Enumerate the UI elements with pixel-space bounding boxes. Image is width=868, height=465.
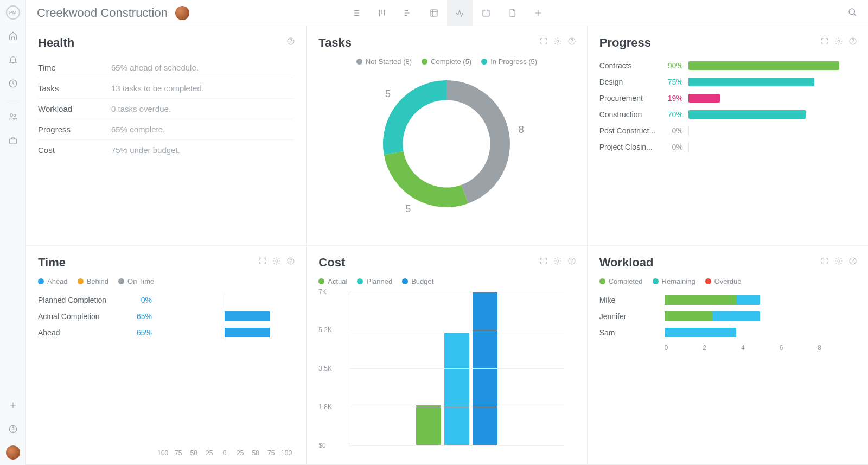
help-icon[interactable]: [566, 36, 577, 47]
workload-track: [665, 295, 856, 305]
tab-gantt[interactable]: [395, 0, 421, 26]
health-row: Workload 0 tasks overdue.: [38, 98, 294, 119]
health-value: 13 tasks to be completed.: [111, 84, 204, 93]
tab-board[interactable]: [369, 0, 395, 26]
progress-row: Post Construct... 0%: [599, 123, 856, 139]
health-label: Cost: [38, 145, 111, 155]
time-pct: 65%: [125, 328, 152, 337]
health-value: 65% ahead of schedule.: [111, 63, 199, 72]
workload-row: Jennifer: [599, 308, 856, 324]
progress-pct: 70%: [659, 110, 683, 119]
svg-rect-3: [9, 139, 17, 144]
progress-track: [688, 143, 856, 151]
workload-chart: Mike Jennifer Sam 02468: [599, 292, 856, 460]
axis-tick-label: 50: [248, 449, 263, 457]
help-icon[interactable]: [285, 256, 296, 266]
home-icon[interactable]: [5, 28, 21, 43]
gear-icon[interactable]: [271, 256, 282, 266]
cost-title: Cost: [318, 256, 575, 270]
workload-segment: [736, 295, 760, 305]
tab-files[interactable]: [499, 0, 525, 26]
expand-icon[interactable]: [538, 36, 549, 47]
expand-icon[interactable]: [257, 256, 268, 266]
help-icon[interactable]: [285, 36, 296, 47]
svg-rect-7: [483, 10, 489, 16]
app-root: PM Creekwood Construction: [0, 0, 868, 465]
search-icon[interactable]: [847, 7, 857, 19]
donut-segment: [446, 80, 510, 203]
legend-item: Behind: [78, 277, 108, 285]
gear-icon[interactable]: [552, 36, 563, 47]
svg-point-17: [276, 260, 278, 262]
user-avatar[interactable]: [6, 445, 20, 460]
help-icon[interactable]: [847, 36, 858, 47]
time-track: [155, 295, 294, 305]
expand-icon[interactable]: [538, 256, 549, 266]
axis-tick-label: 6: [780, 344, 818, 352]
progress-pct: 19%: [659, 94, 683, 103]
add-project-icon[interactable]: [5, 398, 21, 413]
axis-tick-label: 25: [201, 449, 216, 457]
tab-list[interactable]: [343, 0, 369, 26]
card-progress: Progress Contracts 90% Design 75% Procur…: [588, 26, 868, 246]
workload-segment: [665, 328, 736, 337]
progress-rows: Contracts 90% Design 75% Procurement 19%…: [599, 58, 856, 155]
expand-icon[interactable]: [819, 36, 830, 47]
gear-icon[interactable]: [552, 256, 563, 266]
progress-zero-tick: [688, 142, 689, 152]
svg-point-11: [557, 40, 559, 42]
project-member-avatar[interactable]: [175, 6, 189, 20]
progress-row: Procurement 19%: [599, 90, 856, 106]
time-name: Ahead: [38, 328, 125, 337]
health-label: Progress: [38, 125, 111, 134]
legend-dot: [705, 278, 711, 284]
progress-bar: [688, 78, 814, 86]
progress-bar: [688, 61, 839, 70]
help-icon[interactable]: [847, 256, 858, 266]
tab-add[interactable]: [525, 0, 551, 26]
health-value: 0 tasks overdue.: [111, 104, 171, 113]
legend-item: Complete (5): [422, 58, 471, 66]
workload-segment: [665, 295, 736, 305]
tab-dashboard[interactable]: [447, 0, 473, 26]
axis-tick-label: 1.8K: [318, 403, 332, 411]
workload-row: Mike: [599, 292, 856, 308]
gear-icon[interactable]: [833, 36, 844, 47]
health-row: Progress 65% complete.: [38, 119, 294, 139]
bell-icon[interactable]: [5, 52, 21, 67]
clock-icon[interactable]: [5, 76, 21, 91]
legend-dot: [422, 59, 427, 65]
cost-bar: [444, 333, 469, 445]
workload-track: [665, 311, 856, 321]
progress-track: [688, 110, 856, 119]
progress-zero-tick: [688, 125, 689, 136]
svg-point-13: [571, 43, 572, 43]
card-cost: Cost ActualPlannedBudget 7K5.2K3.5K1.8K$…: [307, 246, 587, 466]
tab-sheet[interactable]: [421, 0, 447, 26]
donut-segment: [383, 80, 446, 155]
people-icon[interactable]: [5, 109, 21, 124]
app-logo[interactable]: PM: [6, 5, 20, 20]
workload-name: Sam: [599, 328, 665, 337]
progress-name: Project Closin...: [599, 143, 659, 151]
tab-calendar[interactable]: [473, 0, 499, 26]
time-pct: 65%: [125, 312, 152, 321]
gear-icon[interactable]: [833, 256, 844, 266]
time-row: Actual Completion 65%: [38, 308, 294, 324]
progress-row: Contracts 90%: [599, 58, 856, 74]
gridline: [349, 368, 564, 369]
briefcase-icon[interactable]: [5, 133, 21, 148]
svg-point-8: [849, 9, 855, 15]
health-rows: Time 65% ahead of schedule.Tasks 13 task…: [38, 58, 294, 160]
svg-point-1: [10, 114, 12, 117]
dashboard-grid: Health Time 65% ahead of schedule.Tasks …: [26, 26, 868, 465]
time-track: [155, 311, 294, 321]
help-icon[interactable]: [5, 422, 21, 437]
workload-legend: CompletedRemainingOverdue: [599, 277, 856, 285]
gridline: [349, 445, 564, 446]
axis-tick-label: 25: [232, 449, 247, 457]
expand-icon[interactable]: [819, 256, 830, 266]
legend-dot: [118, 278, 124, 284]
help-icon[interactable]: [566, 256, 577, 266]
legend-item: Planned: [357, 277, 392, 285]
